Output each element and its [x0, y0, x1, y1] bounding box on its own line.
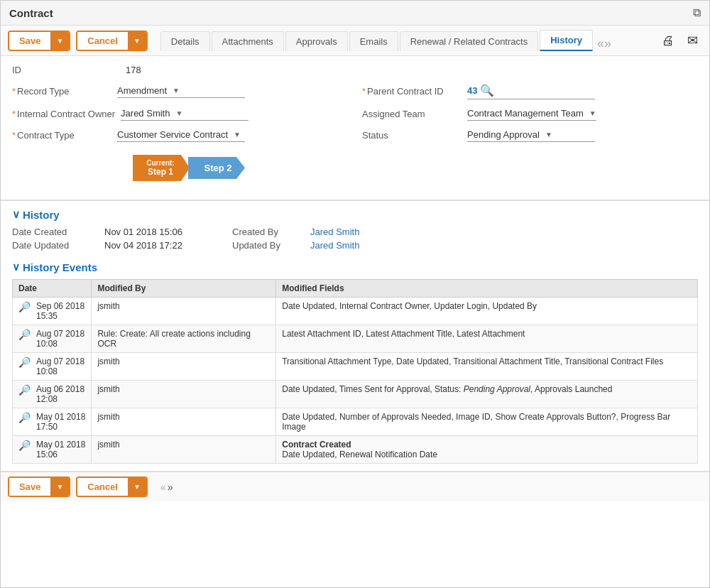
print-icon[interactable]: 🖨 [658, 31, 678, 50]
history-title-text: History [23, 209, 60, 221]
created-by-value[interactable]: Jared Smith [310, 227, 359, 237]
user-icon[interactable]: 🔎 [18, 329, 31, 340]
tab-emails[interactable]: Emails [349, 31, 398, 51]
bottom-cancel-main[interactable]: Cancel [77, 478, 128, 496]
event-modified-by: jsmith [92, 408, 276, 436]
col-date: Date [13, 280, 92, 298]
step-current-label: Current: [146, 159, 174, 167]
window-icon[interactable]: ⧉ [693, 6, 701, 19]
status-label: Status [362, 130, 462, 141]
record-type-value[interactable]: Amendment ▼ [117, 84, 245, 98]
date-updated-label: Date Updated [12, 240, 90, 251]
step-next[interactable]: Step 2 [188, 157, 245, 179]
col-modified-by: Modified By [92, 280, 276, 298]
tab-details[interactable]: Details [160, 31, 210, 51]
field-assigned-team: Assigned Team Contract Management Team ▼ [362, 107, 698, 121]
id-value: 178 [126, 65, 141, 75]
title-bar: Contract ⧉ [1, 1, 709, 26]
status-value[interactable]: Pending Approval ▼ [467, 128, 595, 142]
cancel-button-split[interactable]: Cancel ▼ [76, 31, 148, 51]
bottom-next-arrow[interactable]: » [168, 481, 173, 493]
top-toolbar: Save ▼ Cancel ▼ Details Attachments Appr… [1, 26, 709, 56]
tab-renewal[interactable]: Renewal / Related Contracts [400, 31, 538, 51]
user-icon[interactable]: 🔎 [18, 384, 31, 396]
save-dropdown-arrow[interactable]: ▼ [50, 32, 69, 50]
history-events-title-text: History Events [23, 261, 97, 273]
event-date-cell: 🔎Sep 06 201815:35 [13, 298, 92, 325]
user-icon[interactable]: 🔎 [18, 356, 31, 368]
mail-icon[interactable]: ✉ [682, 31, 702, 50]
event-modified-by: Rule: Create: All create actions includi… [92, 325, 276, 353]
bottom-prev-arrow[interactable]: « [160, 481, 166, 493]
updated-by-value[interactable]: Jared Smith [310, 240, 359, 251]
event-modified-by: jsmith [92, 381, 276, 408]
event-modified-fields: Transitional Attachment Type, Date Updat… [276, 353, 698, 381]
event-date: Aug 07 201810:08 [36, 356, 84, 376]
history-section: ∨ History Date Created Nov 01 2018 15:06… [1, 201, 709, 261]
bottom-save-button[interactable]: Save ▼ [8, 477, 70, 497]
bottom-cancel-button[interactable]: Cancel ▼ [76, 477, 148, 497]
event-modified-by: jsmith [92, 436, 276, 464]
id-label: ID [12, 65, 111, 75]
assigned-team-value[interactable]: Contract Management Team ▼ [467, 107, 596, 121]
parent-contract-search-icon[interactable]: 🔍 [480, 84, 494, 97]
record-type-label: Record Type [12, 86, 111, 97]
event-date: Sep 06 201815:35 [36, 301, 84, 321]
user-icon[interactable]: 🔎 [18, 440, 31, 451]
contract-type-arrow[interactable]: ▼ [234, 131, 241, 138]
tab-bar: Details Attachments Approvals Emails Ren… [160, 30, 611, 51]
event-date: Aug 07 201810:08 [36, 329, 84, 349]
tab-nav-arrows[interactable]: «» [597, 36, 611, 51]
event-date-cell: 🔎Aug 07 201810:08 [13, 325, 92, 353]
owner-arrow[interactable]: ▼ [175, 109, 182, 117]
contract-type-label: Contract Type [12, 130, 111, 141]
history-events-title[interactable]: ∨ History Events [12, 261, 698, 273]
status-arrow[interactable]: ▼ [545, 131, 552, 138]
step-next-label: Step 2 [204, 163, 231, 173]
history-arrow-icon: ∨ [12, 208, 20, 221]
event-date-cell: 🔎Aug 07 201810:08 [13, 353, 92, 381]
tab-approvals[interactable]: Approvals [285, 31, 348, 51]
table-row: 🔎Sep 06 201815:35jsmithDate Updated, Int… [13, 298, 698, 325]
event-modified-fields: Date Updated, Internal Contract Owner, U… [276, 298, 698, 325]
record-type-arrow[interactable]: ▼ [173, 87, 180, 94]
table-row: 🔎May 01 201817:50jsmithDate Updated, Num… [13, 408, 698, 436]
cancel-dropdown-arrow[interactable]: ▼ [128, 32, 146, 50]
history-title[interactable]: ∨ History [12, 208, 698, 221]
save-button-split[interactable]: Save ▼ [8, 31, 70, 51]
events-arrow-icon: ∨ [12, 261, 20, 273]
event-modified-fields: Latest Attachment ID, Latest Attachment … [276, 325, 698, 353]
table-row: 🔎Aug 07 201810:08jsmithTransitional Atta… [13, 353, 698, 381]
user-icon[interactable]: 🔎 [18, 301, 31, 312]
updated-by-label: Updated By [232, 240, 296, 251]
bottom-toolbar: Save ▼ Cancel ▼ « » [1, 471, 709, 501]
contract-type-value[interactable]: Customer Service Contract ▼ [117, 128, 245, 142]
bottom-nav-arrows: « » [160, 481, 173, 493]
save-main[interactable]: Save [9, 32, 50, 50]
assigned-team-label: Assigned Team [362, 109, 462, 119]
user-icon[interactable]: 🔎 [18, 412, 31, 423]
cancel-main[interactable]: Cancel [77, 32, 128, 50]
team-arrow[interactable]: ▼ [589, 109, 596, 117]
date-created-row: Date Created Nov 01 2018 15:06 Created B… [12, 227, 698, 237]
step-current-step: Step 1 [148, 167, 173, 177]
bottom-cancel-arrow[interactable]: ▼ [128, 478, 146, 496]
event-date: May 01 201815:06 [36, 440, 85, 459]
date-updated-row: Date Updated Nov 04 2018 17:22 Updated B… [12, 240, 698, 251]
tab-history[interactable]: History [540, 30, 593, 51]
tab-attachments[interactable]: Attachments [212, 31, 284, 51]
internal-owner-value[interactable]: Jared Smith ▼ [121, 107, 248, 121]
parent-contract-value: 43 🔍 [467, 82, 595, 99]
window-title: Contract [9, 7, 53, 19]
event-date: Aug 06 201812:08 [36, 384, 84, 404]
field-status: Status Pending Approval ▼ [362, 128, 698, 142]
history-fields: Date Created Nov 01 2018 15:06 Created B… [12, 227, 698, 251]
step-current[interactable]: Current: Step 1 [133, 155, 190, 181]
event-modified-fields: Contract CreatedDate Updated, Renewal No… [276, 436, 698, 464]
bottom-save-arrow[interactable]: ▼ [50, 478, 69, 496]
table-row: 🔎May 01 201815:06jsmithContract CreatedD… [13, 436, 698, 464]
event-modified-by: jsmith [92, 298, 276, 325]
parent-contract-label: Parent Contract ID [362, 86, 462, 97]
date-created-label: Date Created [12, 227, 90, 237]
bottom-save-main[interactable]: Save [9, 478, 50, 496]
